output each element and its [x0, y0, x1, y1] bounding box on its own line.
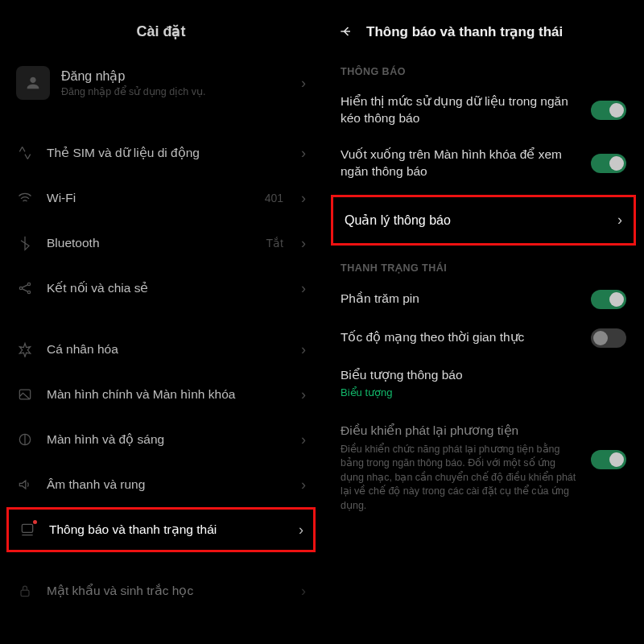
- sound-label: Âm thanh và rung: [47, 477, 288, 492]
- net-speed-label: Tốc độ mạng theo thời gian thực: [341, 329, 580, 346]
- media-control-row[interactable]: Điều khiển phát lại phương tiện Điều khi…: [323, 408, 644, 522]
- share-icon: [16, 279, 34, 297]
- net-speed-row[interactable]: Tốc độ mạng theo thời gian thực: [323, 319, 644, 357]
- share-label: Kết nối và chia sẻ: [47, 281, 288, 295]
- notif-icons-sub: Biểu tượng: [341, 386, 626, 398]
- chevron-right-icon: ›: [301, 235, 306, 252]
- page-title: Cài đặt: [0, 0, 322, 58]
- battery-pct-toggle[interactable]: [591, 290, 626, 309]
- sim-label: Thẻ SIM và dữ liệu di động: [47, 146, 288, 160]
- sound-row[interactable]: Âm thanh và rung ›: [0, 462, 322, 507]
- personalize-icon: [16, 341, 34, 358]
- chevron-right-icon: ›: [301, 190, 306, 207]
- notifications-row[interactable]: Thông báo và thanh trạng thái ›: [6, 507, 316, 552]
- chevron-right-icon: ›: [299, 522, 303, 539]
- media-control-toggle[interactable]: [591, 450, 626, 469]
- display-row[interactable]: Màn hình và độ sáng ›: [0, 417, 322, 462]
- sim-row[interactable]: Thẻ SIM và dữ liệu di động ›: [0, 130, 322, 175]
- chevron-right-icon: ›: [301, 280, 306, 297]
- data-usage-row[interactable]: Hiển thị mức sử dụng dữ liệu trong ngăn …: [323, 84, 644, 137]
- swipe-lock-toggle[interactable]: [591, 154, 626, 173]
- chevron-right-icon: ›: [301, 145, 306, 162]
- chevron-right-icon: ›: [301, 431, 306, 448]
- bluetooth-icon: [16, 234, 34, 252]
- notification-icon: [19, 521, 36, 539]
- swipe-lock-row[interactable]: Vuốt xuống trên Màn hình khóa để xem ngă…: [323, 137, 644, 190]
- wifi-row[interactable]: Wi-Fi 401 ›: [0, 175, 322, 221]
- svg-point-1: [27, 283, 30, 285]
- notifications-panel: Thông báo và thanh trạng thái THÔNG BÁO …: [322, 0, 644, 644]
- home-lock-row[interactable]: Màn hình chính và Màn hình khóa ›: [0, 372, 322, 417]
- svg-rect-5: [22, 524, 32, 532]
- battery-pct-label: Phần trăm pin: [341, 291, 580, 308]
- data-usage-label: Hiển thị mức sử dụng dữ liệu trong ngăn …: [341, 93, 580, 127]
- back-arrow-icon[interactable]: [337, 23, 355, 40]
- svg-rect-6: [21, 590, 29, 597]
- manage-notifications-row[interactable]: Quản lý thông báo ›: [331, 195, 636, 246]
- sim-icon: [16, 144, 34, 162]
- notifications-label: Thông báo và thanh trạng thái: [49, 522, 286, 537]
- chevron-right-icon: ›: [617, 212, 622, 229]
- notif-icons-label: Biểu tượng thông báo: [341, 367, 626, 384]
- wifi-value: 401: [265, 192, 283, 204]
- section-label-status: THANH TRẠNG THÁI: [323, 250, 644, 280]
- account-row[interactable]: Đăng nhập Đăng nhập để sử dụng dịch vụ. …: [0, 58, 322, 114]
- chevron-right-icon: ›: [301, 341, 306, 358]
- svg-point-2: [27, 291, 30, 293]
- notif-icons-row[interactable]: Biểu tượng thông báo Biểu tượng: [323, 357, 644, 408]
- sound-icon: [16, 476, 34, 493]
- display-label: Màn hình và độ sáng: [47, 432, 288, 447]
- manage-notifications-label: Quản lý thông báo: [345, 213, 606, 228]
- account-title: Đăng nhập: [61, 68, 206, 84]
- personalize-label: Cá nhân hóa: [47, 342, 288, 357]
- bluetooth-label: Bluetooth: [47, 236, 254, 250]
- settings-panel: Cài đặt Đăng nhập Đăng nhập để sử dụng d…: [0, 0, 322, 644]
- bluetooth-value: Tắt: [266, 237, 283, 250]
- wifi-icon: [16, 189, 34, 207]
- media-control-desc: Điều khiển chức năng phát lại phương tiệ…: [341, 443, 580, 514]
- personalize-row[interactable]: Cá nhân hóa ›: [0, 327, 322, 372]
- password-label: Mật khẩu và sinh trắc học: [47, 584, 288, 598]
- account-subtitle: Đăng nhập để sử dụng dịch vụ.: [61, 85, 206, 97]
- password-row[interactable]: Mật khẩu và sinh trắc học ›: [0, 568, 322, 613]
- bluetooth-row[interactable]: Bluetooth Tắt ›: [0, 221, 322, 266]
- chevron-right-icon: ›: [301, 386, 306, 403]
- picture-icon: [16, 386, 34, 403]
- lock-icon: [16, 582, 34, 600]
- chevron-right-icon: ›: [301, 477, 306, 493]
- battery-pct-row[interactable]: Phần trăm pin: [323, 280, 644, 319]
- avatar: [16, 66, 50, 100]
- chevron-right-icon: ›: [301, 583, 306, 600]
- chevron-right-icon: ›: [301, 75, 306, 92]
- brightness-icon: [16, 431, 34, 448]
- svg-point-0: [19, 287, 22, 289]
- page-title: Thông báo và thanh trạng thái: [366, 23, 563, 40]
- net-speed-toggle[interactable]: [591, 328, 626, 348]
- data-usage-toggle[interactable]: [591, 101, 626, 120]
- home-lock-label: Màn hình chính và Màn hình khóa: [47, 387, 288, 402]
- section-label-notif: THÔNG BÁO: [323, 55, 644, 84]
- wifi-label: Wi-Fi: [47, 191, 252, 205]
- media-control-label: Điều khiển phát lại phương tiện: [341, 423, 580, 440]
- swipe-lock-label: Vuốt xuống trên Màn hình khóa để xem ngă…: [341, 147, 580, 180]
- share-row[interactable]: Kết nối và chia sẻ ›: [0, 266, 322, 311]
